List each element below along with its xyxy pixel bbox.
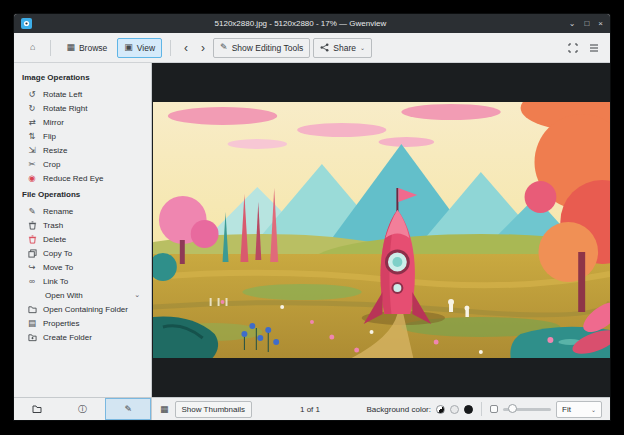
link-chain-icon: ∞ (27, 277, 37, 286)
info-icon: ⓘ (78, 403, 87, 416)
folder-new-icon (27, 333, 37, 342)
crop-icon: ✂ (27, 160, 37, 169)
sidebar-item-rotate-left[interactable]: ↺ Rotate Left (14, 87, 151, 101)
background-color-label: Background color: (367, 405, 431, 414)
sidebar-item-reduce-red-eye[interactable]: ◉ Reduce Red Eye (14, 171, 151, 185)
sidebar-item-crop[interactable]: ✂ Crop (14, 157, 151, 171)
view-image-icon: ▣ (124, 43, 133, 52)
tab-operations[interactable]: ✎ (105, 398, 151, 420)
sidebar-item-mirror[interactable]: ⇄ Mirror (14, 115, 151, 129)
move-arrow-icon: ↪ (27, 263, 37, 272)
flip-icon: ⇅ (27, 132, 37, 141)
thumbnails-icon[interactable]: ▦ (160, 404, 169, 414)
sidebar-item-open-with[interactable]: Open With ⌄ (14, 288, 151, 302)
chevron-down-icon: ⌄ (134, 291, 145, 299)
rotate-right-icon: ↻ (27, 104, 37, 113)
red-eye-icon: ◉ (27, 174, 37, 183)
background-swatch-dark[interactable] (464, 405, 473, 414)
view-button[interactable]: ▣ View (117, 38, 162, 58)
image-operations-title: Image Operations (14, 68, 151, 87)
back-button[interactable]: ‹ (179, 42, 193, 54)
file-operations-title: File Operations (14, 185, 151, 204)
status-bar: ▦ Show Thumbnails 1 of 1 Background colo… (152, 398, 610, 420)
show-thumbnails-button[interactable]: Show Thumbnails (175, 401, 252, 418)
background-swatch-light[interactable] (450, 405, 459, 414)
edit-pencil-icon: ✎ (124, 404, 132, 414)
sidebar-item-delete[interactable]: Delete (14, 232, 151, 246)
background-swatch-auto[interactable] (436, 405, 445, 414)
sidebar-item-link-to[interactable]: ∞ Link To (14, 274, 151, 288)
chevron-down-icon: ⌄ (591, 406, 596, 413)
browse-grid-icon: ▦ (66, 43, 75, 52)
rename-pencil-icon: ✎ (27, 207, 37, 216)
sidebar-item-move-to[interactable]: ↪ Move To (14, 260, 151, 274)
sidebar-item-flip[interactable]: ⇅ Flip (14, 129, 151, 143)
hamburger-menu-icon[interactable] (589, 44, 599, 52)
home-button[interactable]: ⌂ (23, 38, 42, 58)
folder-icon (27, 305, 37, 314)
bottom-bar: ⓘ ✎ ▦ Show Thumbnails 1 of 1 Background … (14, 397, 610, 420)
copy-pages-icon (27, 249, 37, 258)
sidebar-tabs: ⓘ ✎ (14, 398, 152, 420)
sidebar-item-rename[interactable]: ✎ Rename (14, 204, 151, 218)
window-title: 5120x2880.jpg - 5120x2880 - 17% — Gwenvi… (38, 19, 563, 28)
photo-content (153, 102, 610, 358)
operations-sidebar: Image Operations ↺ Rotate Left ↻ Rotate … (14, 63, 152, 397)
home-icon: ⌂ (30, 43, 35, 52)
document-properties-icon: ▤ (27, 319, 37, 328)
zoom-lock-checkbox[interactable] (490, 405, 498, 413)
forward-button[interactable]: › (196, 42, 210, 54)
sidebar-item-create-folder[interactable]: Create Folder (14, 330, 151, 344)
maximize-button[interactable]: □ (584, 20, 589, 28)
fullscreen-icon[interactable] (568, 43, 578, 53)
pencil-icon: ✎ (220, 43, 228, 52)
tab-information[interactable]: ⓘ (60, 398, 106, 420)
sidebar-item-trash[interactable]: Trash (14, 218, 151, 232)
sidebar-item-resize[interactable]: ⇲ Resize (14, 143, 151, 157)
status-separator (481, 402, 482, 416)
resize-icon: ⇲ (27, 146, 37, 155)
zoom-slider-handle[interactable] (508, 404, 517, 413)
share-button[interactable]: Share ⌄ (313, 38, 372, 58)
toolbar-separator (50, 40, 51, 56)
trash-can-icon (27, 221, 37, 230)
close-button[interactable]: × (598, 20, 603, 28)
zoom-slider[interactable] (503, 408, 551, 411)
app-icon (21, 18, 32, 29)
browse-button[interactable]: ▦ Browse (59, 38, 114, 58)
sidebar-item-rotate-right[interactable]: ↻ Rotate Right (14, 101, 151, 115)
sidebar-item-open-containing-folder[interactable]: Open Containing Folder (14, 302, 151, 316)
minimize-button[interactable]: ⌄ (569, 20, 576, 28)
mirror-icon: ⇄ (27, 118, 37, 127)
tab-folders[interactable] (14, 398, 60, 420)
sidebar-item-properties[interactable]: ▤ Properties (14, 316, 151, 330)
chevron-down-icon: ⌄ (360, 44, 365, 51)
delete-trash-icon (27, 235, 37, 244)
image-view[interactable] (152, 63, 610, 397)
zoom-mode-select[interactable]: Fit ⌄ (556, 401, 602, 418)
titlebar: 5120x2880.jpg - 5120x2880 - 17% — Gwenvi… (14, 14, 610, 33)
show-editing-tools-button[interactable]: ✎ Show Editing Tools (213, 38, 310, 58)
sidebar-item-copy-to[interactable]: Copy To (14, 246, 151, 260)
share-icon (320, 43, 329, 52)
image-count: 1 of 1 (300, 405, 320, 414)
toolbar-separator (170, 40, 171, 56)
folder-tab-icon (32, 404, 42, 414)
rotate-left-icon: ↺ (27, 90, 37, 99)
gwenview-window: 5120x2880.jpg - 5120x2880 - 17% — Gwenvi… (14, 14, 610, 420)
main-toolbar: ⌂ ▦ Browse ▣ View ‹ › ✎ Show Editing Too… (14, 33, 610, 63)
